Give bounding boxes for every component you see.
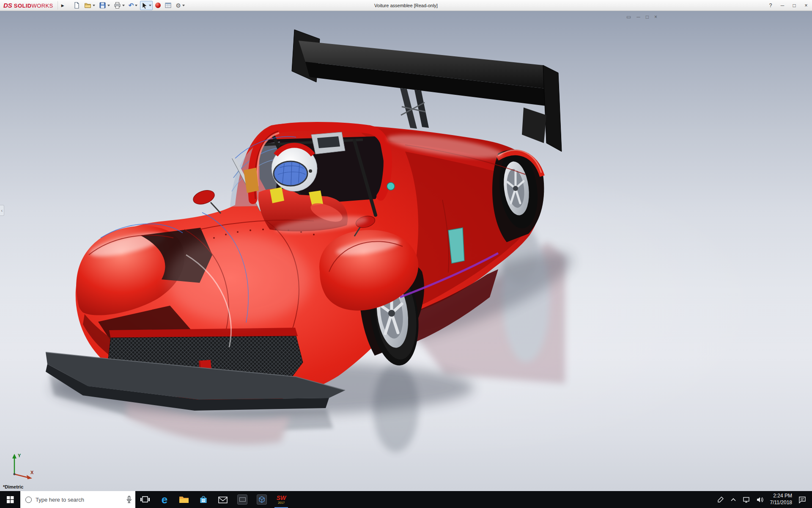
- volume-button[interactable]: [757, 497, 764, 503]
- mail-icon: [218, 496, 228, 504]
- app-titlebar: DS SOLID WORKS ▶: [0, 0, 812, 11]
- car-canvas: [0, 11, 812, 491]
- gear-icon: ⚙: [176, 3, 181, 8]
- race-car-model[interactable]: [46, 30, 581, 452]
- doc-minimize-icon[interactable]: ─: [636, 14, 640, 19]
- volume-icon: [757, 497, 764, 503]
- blue-cube-app-button[interactable]: [252, 491, 272, 508]
- doc-pane-icon[interactable]: ▭: [626, 14, 631, 19]
- pen-button[interactable]: [717, 496, 724, 503]
- graphics-viewport[interactable]: ▭ ─ □ × ‹ *Dimetric Y X: [0, 11, 812, 491]
- solidworks-app-icon: SW 2017: [277, 495, 286, 504]
- right-rear-wheel: [492, 149, 544, 242]
- options-dropdown-caret[interactable]: [182, 5, 185, 6]
- solidworks-app-button[interactable]: SW 2017: [272, 491, 291, 508]
- doc-close-icon[interactable]: ×: [654, 14, 657, 19]
- solidworks-logo: DS SOLID WORKS: [3, 2, 53, 9]
- save-dropdown-caret[interactable]: [107, 5, 110, 6]
- appearance-button[interactable]: [154, 1, 162, 10]
- app-dark-window-icon: [237, 494, 247, 505]
- clock-time: 2:24 PM: [770, 493, 793, 500]
- undo-arrow-icon: ↶: [129, 2, 134, 8]
- save-floppy-icon: [99, 2, 106, 9]
- open-folder-icon: [84, 2, 91, 9]
- app-blue-cube-icon: [257, 494, 267, 505]
- window-controls: ? ─ □ ×: [765, 0, 812, 11]
- search-input[interactable]: [36, 497, 122, 503]
- task-view-button[interactable]: [135, 491, 155, 508]
- doc-restore-icon[interactable]: □: [646, 14, 649, 19]
- panel-collapse-arrow[interactable]: ‹: [0, 205, 4, 216]
- options-button[interactable]: ⚙: [174, 1, 186, 10]
- system-tray: 2:24 PM 7/11/2018: [717, 491, 812, 508]
- document-window-controls: ▭ ─ □ ×: [626, 14, 657, 19]
- minimize-button[interactable]: ─: [776, 0, 788, 11]
- start-button[interactable]: [0, 491, 20, 508]
- x-axis-label: X: [30, 470, 34, 475]
- helmet-visor: [274, 161, 307, 186]
- microphone-icon[interactable]: [126, 496, 132, 504]
- taskbar-clock[interactable]: 2:24 PM 7/11/2018: [770, 493, 793, 506]
- network-button[interactable]: [743, 497, 750, 503]
- file-explorer-button[interactable]: [174, 491, 194, 508]
- airbox-intake: [311, 132, 345, 154]
- windows-taskbar: e: [0, 491, 812, 508]
- y-axis-label: Y: [18, 453, 21, 458]
- dark-app-button[interactable]: [233, 491, 252, 508]
- wing-strut: [414, 90, 429, 128]
- task-view-icon: [140, 495, 150, 504]
- taskbar-search[interactable]: [20, 491, 135, 508]
- teal-sensor: [387, 182, 395, 190]
- quick-access-toolbar: ↶ ⚙: [72, 1, 186, 10]
- print-button[interactable]: [112, 1, 126, 10]
- printer-icon: [114, 2, 121, 9]
- mail-button[interactable]: [213, 491, 233, 508]
- select-tool-button[interactable]: [140, 1, 153, 10]
- new-document-icon: [73, 2, 80, 9]
- help-button[interactable]: ?: [765, 0, 776, 11]
- open-dropdown-caret[interactable]: [93, 5, 95, 6]
- select-dropdown-caret[interactable]: [149, 5, 151, 6]
- network-icon: [743, 497, 750, 503]
- design-table-button[interactable]: [163, 1, 173, 10]
- new-document-button[interactable]: [72, 1, 82, 10]
- open-button[interactable]: [83, 1, 96, 10]
- edge-button[interactable]: e: [155, 491, 174, 508]
- maximize-button[interactable]: □: [788, 0, 800, 11]
- coordinate-triad: Y X: [4, 451, 38, 482]
- windows-logo-icon: [7, 496, 14, 503]
- clock-date: 7/11/2018: [770, 500, 793, 506]
- hidden-icons-button[interactable]: [730, 497, 736, 502]
- close-button[interactable]: ×: [800, 0, 812, 11]
- chevron-up-icon: [730, 497, 736, 502]
- print-dropdown-caret[interactable]: [122, 5, 125, 6]
- undo-dropdown-caret[interactable]: [135, 5, 137, 6]
- menu-flyout-arrow[interactable]: ▶: [58, 1, 64, 10]
- pen-icon: [717, 496, 724, 503]
- appearance-sphere-icon: [155, 3, 161, 8]
- file-explorer-icon: [179, 495, 189, 504]
- store-icon: [199, 495, 208, 504]
- select-cursor-icon: [141, 2, 148, 9]
- save-button[interactable]: [98, 1, 111, 10]
- design-table-icon: [165, 2, 172, 9]
- cortana-icon: [25, 497, 32, 503]
- store-button[interactable]: [194, 491, 213, 508]
- harness-pad: [270, 187, 284, 203]
- undo-button[interactable]: ↶: [127, 1, 139, 10]
- action-center-icon: [798, 496, 806, 503]
- ds-logo-mark: DS: [3, 2, 12, 9]
- edge-icon: e: [162, 494, 167, 505]
- view-orientation-label: *Dimetric: [3, 484, 23, 489]
- action-center-button[interactable]: [798, 496, 806, 503]
